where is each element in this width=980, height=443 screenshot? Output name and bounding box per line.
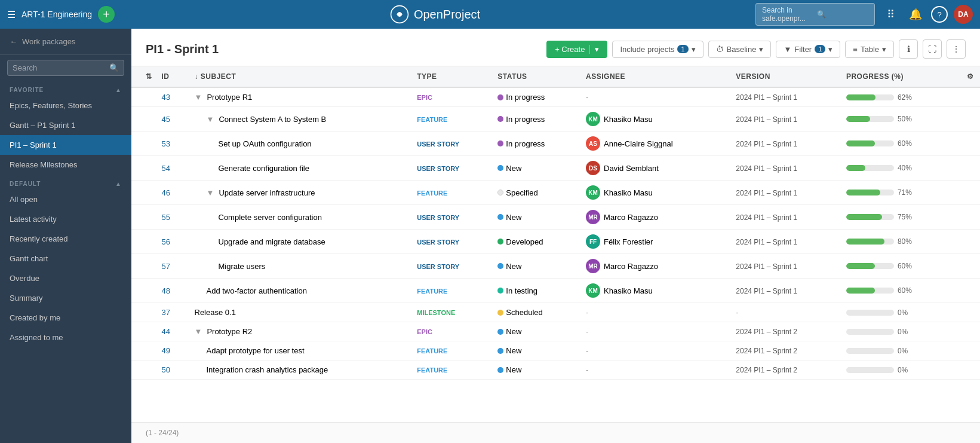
sidebar-item-assigned-to-me[interactable]: Assigned to me	[0, 328, 131, 347]
row-id[interactable]: 57	[157, 254, 190, 279]
row-subject[interactable]: Upgrade and migrate database	[190, 230, 413, 254]
row-id[interactable]: 55	[157, 205, 190, 230]
row-progress: 60%	[841, 254, 962, 279]
baseline-button[interactable]: ⏱ Baseline ▾	[708, 41, 772, 58]
collapse-icon[interactable]: ▼	[207, 115, 214, 124]
include-projects-dropdown-icon: ▾	[692, 45, 696, 54]
row-version: 2024 PI1 – Sprint 1	[731, 279, 841, 303]
sidebar-item-overdue[interactable]: Overdue	[0, 268, 131, 288]
table-row[interactable]: 54 Generate configuration file USER STOR…	[131, 156, 980, 181]
sort-handle	[131, 230, 157, 254]
row-subject[interactable]: Complete server configuration	[190, 205, 413, 230]
row-settings	[962, 254, 980, 279]
table-header-row: ⇅ ID ↓ SUBJECT TYPE STATUS ASSIGNEE VERS…	[131, 66, 980, 87]
table-row[interactable]: 55 Complete server configuration USER ST…	[131, 205, 980, 230]
sidebar-item-all-open[interactable]: All open	[0, 190, 131, 209]
table-row[interactable]: 46 ▼ Update server infrastructure FEATUR…	[131, 181, 980, 205]
row-id[interactable]: 46	[157, 181, 190, 205]
create-dropdown-arrow[interactable]: ▾	[589, 45, 599, 54]
include-projects-button[interactable]: Include projects 1 ▾	[612, 41, 703, 58]
info-button[interactable]: ℹ	[899, 39, 918, 59]
filter-button[interactable]: ▼ Filter 1 ▾	[776, 41, 840, 58]
bell-icon[interactable]: 🔔	[906, 5, 925, 24]
col-subject[interactable]: ↓ SUBJECT	[190, 66, 413, 87]
row-id[interactable]: 37	[157, 303, 190, 322]
add-project-button[interactable]: +	[98, 6, 115, 23]
sidebar-item-label: Epics, Features, Stories	[10, 101, 92, 110]
table-row[interactable]: 48 Add two-factor authentication FEATURE…	[131, 279, 980, 303]
sidebar-item-recently-created[interactable]: Recently created	[0, 229, 131, 249]
col-settings[interactable]: ⚙	[962, 66, 980, 87]
row-subject[interactable]: Generate configuration file	[190, 156, 413, 181]
row-settings	[962, 303, 980, 322]
table-row[interactable]: 56 Upgrade and migrate database USER STO…	[131, 230, 980, 254]
row-subject[interactable]: Migrate users	[190, 254, 413, 279]
row-status: Specified	[493, 181, 581, 205]
row-subject[interactable]: ▼ Update server infrastructure	[190, 181, 413, 205]
row-status: In progress	[493, 107, 581, 132]
row-subject[interactable]: Adapt prototype for user test	[190, 341, 413, 360]
sidebar-back-button[interactable]: ← Work packages	[0, 29, 131, 55]
row-id[interactable]: 56	[157, 230, 190, 254]
row-type: EPIC	[412, 322, 493, 341]
sidebar-search-input[interactable]	[13, 63, 106, 72]
row-id[interactable]: 48	[157, 279, 190, 303]
fullscreen-button[interactable]: ⛶	[923, 39, 942, 59]
col-id[interactable]: ID	[157, 66, 190, 87]
row-subject[interactable]: Add two-factor authentication	[190, 279, 413, 303]
row-id[interactable]: 44	[157, 322, 190, 341]
table-row[interactable]: 43 ▼ Prototype R1 EPIC In progress - 202…	[131, 87, 980, 107]
create-button[interactable]: + Create ▾	[546, 41, 607, 58]
table-row[interactable]: 49 Adapt prototype for user test FEATURE…	[131, 341, 980, 360]
sidebar-item-release-milestones[interactable]: Release Milestones	[0, 155, 131, 175]
table-row[interactable]: 57 Migrate users USER STORY New MRMarco …	[131, 254, 980, 279]
col-sort-icon[interactable]: ⇅	[131, 66, 157, 87]
col-type[interactable]: TYPE	[412, 66, 493, 87]
row-subject[interactable]: Set up OAuth configuration	[190, 132, 413, 156]
sidebar-item-summary[interactable]: Summary	[0, 288, 131, 308]
row-id[interactable]: 50	[157, 360, 190, 380]
table-row[interactable]: 45 ▼ Connect System A to System B FEATUR…	[131, 107, 980, 132]
row-subject[interactable]: Release 0.1	[190, 303, 413, 322]
sidebar-item-latest-activity[interactable]: Latest activity	[0, 209, 131, 229]
sidebar-item-gantt-p1-sprint1[interactable]: Gantt – P1 Sprint 1	[0, 115, 131, 135]
row-subject[interactable]: ▼ Prototype R1	[190, 87, 413, 107]
collapse-icon[interactable]: ▼	[207, 188, 214, 197]
col-status[interactable]: STATUS	[493, 66, 581, 87]
row-subject[interactable]: ▼ Prototype R2	[190, 322, 413, 341]
col-progress[interactable]: PROGRESS (%)	[841, 66, 962, 87]
sidebar-search-box[interactable]: 🔍	[7, 60, 124, 76]
sidebar-item-pi1-sprint1[interactable]: PI1 – Sprint 1	[0, 135, 131, 155]
project-name[interactable]: ART-1 Engineering	[21, 10, 92, 19]
row-subject[interactable]: ▼ Connect System A to System B	[190, 107, 413, 132]
row-id[interactable]: 45	[157, 107, 190, 132]
row-id[interactable]: 53	[157, 132, 190, 156]
help-icon[interactable]: ?	[931, 6, 948, 23]
global-search[interactable]: Search in safe.openpr... 🔍	[755, 3, 875, 26]
row-settings	[962, 181, 980, 205]
col-version[interactable]: VERSION	[731, 66, 841, 87]
table-row[interactable]: 37 Release 0.1 MILESTONE Scheduled - - 0…	[131, 303, 980, 322]
sort-handle	[131, 156, 157, 181]
sidebar-item-epics-features-stories[interactable]: Epics, Features, Stories	[0, 96, 131, 115]
row-version: 2024 PI1 – Sprint 1	[731, 107, 841, 132]
row-id[interactable]: 43	[157, 87, 190, 107]
hamburger-icon[interactable]: ☰	[7, 9, 16, 20]
table-row[interactable]: 44 ▼ Prototype R2 EPIC New - 2024 PI1 – …	[131, 322, 980, 341]
row-subject[interactable]: Integration crash analytics package	[190, 360, 413, 380]
row-id[interactable]: 54	[157, 156, 190, 181]
collapse-icon[interactable]: ▼	[195, 327, 202, 336]
row-id[interactable]: 49	[157, 341, 190, 360]
collapse-icon[interactable]: ▼	[195, 93, 202, 102]
table-row[interactable]: 50 Integration crash analytics package F…	[131, 360, 980, 380]
grid-icon[interactable]: ⠿	[881, 5, 900, 24]
favorite-collapse-icon[interactable]: ▲	[115, 87, 122, 93]
col-assignee[interactable]: ASSIGNEE	[581, 66, 731, 87]
more-options-button[interactable]: ⋮	[947, 39, 966, 59]
default-collapse-icon[interactable]: ▲	[115, 181, 122, 187]
user-avatar[interactable]: DA	[954, 5, 973, 24]
table-view-button[interactable]: ≡ Table ▾	[845, 41, 894, 58]
sidebar-item-gantt-chart[interactable]: Gantt chart	[0, 249, 131, 268]
sidebar-item-created-by-me[interactable]: Created by me	[0, 308, 131, 328]
table-row[interactable]: 53 Set up OAuth configuration USER STORY…	[131, 132, 980, 156]
